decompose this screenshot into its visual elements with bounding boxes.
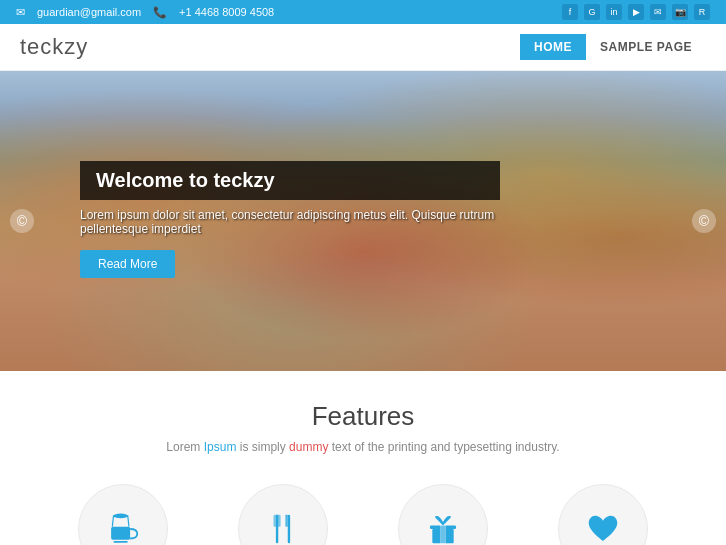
svg-point-2 bbox=[114, 514, 128, 519]
feature-item-2: FEATURE 2 Lorem dolor sit amet, consecte… bbox=[213, 484, 353, 545]
subtitle-pre: Lorem bbox=[166, 440, 203, 454]
svg-rect-9 bbox=[441, 525, 446, 543]
svg-rect-1 bbox=[114, 541, 128, 543]
hero-arrow-left[interactable]: © bbox=[10, 209, 34, 233]
chevron-left-icon: © bbox=[17, 213, 27, 229]
heart-icon bbox=[584, 510, 622, 545]
subtitle-post: text of the printing and typesetting ind… bbox=[328, 440, 559, 454]
feature-3-icon-circle bbox=[398, 484, 488, 545]
subtitle-ipsum[interactable]: Ipsum bbox=[204, 440, 237, 454]
svg-rect-5 bbox=[274, 515, 281, 527]
subtitle-dummy[interactable]: dummy bbox=[289, 440, 328, 454]
hero-content: Welcome to teckzy Lorem ipsum dolor sit … bbox=[80, 161, 500, 278]
svg-rect-0 bbox=[111, 527, 130, 540]
feature-1-icon-circle bbox=[78, 484, 168, 545]
site-logo[interactable]: teckzy bbox=[20, 34, 88, 60]
hero-section: © Welcome to teckzy Lorem ipsum dolor si… bbox=[0, 71, 726, 371]
subtitle-mid: is simply bbox=[236, 440, 289, 454]
utensils-icon bbox=[264, 510, 302, 545]
feature-item-3: FEATURE 3 Lorem dolor sit amet, consecte… bbox=[373, 484, 513, 545]
instagram-icon[interactable]: 📷 bbox=[672, 4, 688, 20]
features-section: Features Lorem Ipsum is simply dummy tex… bbox=[0, 371, 726, 545]
phone-icon: 📞 bbox=[153, 6, 167, 19]
hero-subtitle: Lorem ipsum dolor sit amet, consectetur … bbox=[80, 208, 500, 236]
svg-rect-6 bbox=[285, 515, 287, 527]
top-bar-social: f G in ▶ ✉ 📷 R bbox=[562, 4, 710, 20]
main-nav: HOME SAMPLE PAGE bbox=[520, 34, 706, 60]
feature-item-1: FEATURE 1 Lorem dolor sit amet, consecte… bbox=[53, 484, 193, 545]
email-icon: ✉ bbox=[16, 6, 25, 19]
gift-icon bbox=[424, 510, 462, 545]
email-social-icon[interactable]: ✉ bbox=[650, 4, 666, 20]
features-title: Features bbox=[20, 401, 706, 432]
linkedin-icon[interactable]: in bbox=[606, 4, 622, 20]
read-more-button[interactable]: Read More bbox=[80, 250, 175, 278]
feature-item-4: FEATURE 4 Lorem dolor sit amet, consecte… bbox=[533, 484, 673, 545]
top-bar: ✉ guardian@gmail.com 📞 +1 4468 8009 4508… bbox=[0, 0, 726, 24]
features-subtitle: Lorem Ipsum is simply dummy text of the … bbox=[20, 440, 706, 454]
hero-arrow-right[interactable]: © bbox=[692, 209, 716, 233]
nav-home[interactable]: HOME bbox=[520, 34, 586, 60]
feature-2-icon-circle bbox=[238, 484, 328, 545]
hero-title: Welcome to teckzy bbox=[80, 161, 500, 200]
nav-sample-page[interactable]: SAMPLE PAGE bbox=[586, 34, 706, 60]
cup-icon bbox=[104, 510, 142, 545]
youtube-icon[interactable]: ▶ bbox=[628, 4, 644, 20]
features-grid: FEATURE 1 Lorem dolor sit amet, consecte… bbox=[20, 484, 706, 545]
email-address: guardian@gmail.com bbox=[37, 6, 141, 18]
top-bar-contact: ✉ guardian@gmail.com 📞 +1 4468 8009 4508 bbox=[16, 6, 274, 19]
googleplus-icon[interactable]: G bbox=[584, 4, 600, 20]
phone-number: +1 4468 8009 4508 bbox=[179, 6, 274, 18]
header: teckzy HOME SAMPLE PAGE bbox=[0, 24, 726, 71]
chevron-right-icon: © bbox=[699, 213, 709, 229]
facebook-icon[interactable]: f bbox=[562, 4, 578, 20]
rss-icon[interactable]: R bbox=[694, 4, 710, 20]
feature-4-icon-circle bbox=[558, 484, 648, 545]
svg-rect-4 bbox=[288, 515, 290, 544]
